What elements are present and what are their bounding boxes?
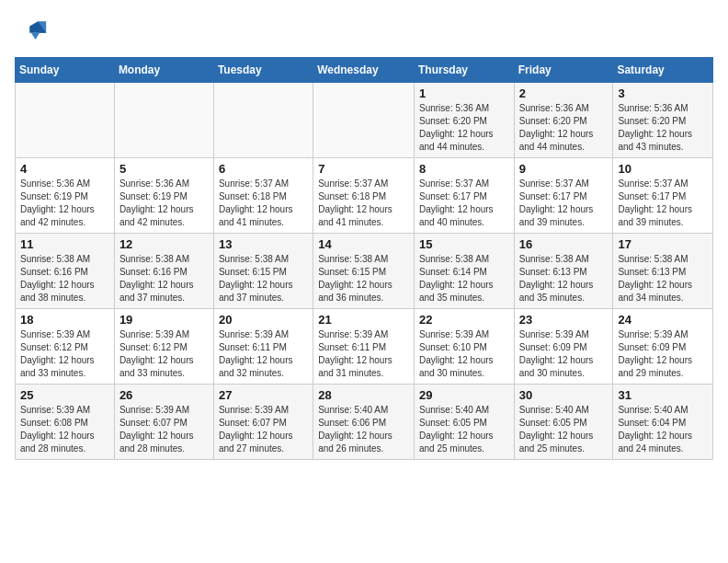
- week-row-3: 11Sunrise: 5:38 AM Sunset: 6:16 PM Dayli…: [16, 234, 713, 309]
- day-number: 24: [618, 313, 708, 327]
- day-number: 16: [519, 237, 609, 251]
- calendar-cell: 2Sunrise: 5:36 AM Sunset: 6:20 PM Daylig…: [514, 83, 613, 158]
- week-row-1: 1Sunrise: 5:36 AM Sunset: 6:20 PM Daylig…: [16, 83, 713, 158]
- day-number: 12: [119, 237, 209, 251]
- day-number: 30: [519, 388, 609, 402]
- day-info: Sunrise: 5:38 AM Sunset: 6:15 PM Dayligh…: [318, 253, 409, 304]
- calendar-cell: 23Sunrise: 5:39 AM Sunset: 6:09 PM Dayli…: [514, 309, 613, 385]
- calendar-cell: 7Sunrise: 5:37 AM Sunset: 6:18 PM Daylig…: [313, 158, 415, 234]
- day-info: Sunrise: 5:37 AM Sunset: 6:18 PM Dayligh…: [318, 178, 409, 229]
- column-header-friday: Friday: [514, 58, 613, 83]
- day-number: 5: [119, 162, 209, 176]
- day-info: Sunrise: 5:39 AM Sunset: 6:12 PM Dayligh…: [119, 328, 209, 380]
- calendar-cell: [313, 83, 415, 158]
- day-number: 26: [119, 388, 209, 402]
- day-info: Sunrise: 5:39 AM Sunset: 6:11 PM Dayligh…: [219, 328, 308, 380]
- calendar-cell: 19Sunrise: 5:39 AM Sunset: 6:12 PM Dayli…: [114, 309, 213, 385]
- calendar-cell: 16Sunrise: 5:38 AM Sunset: 6:13 PM Dayli…: [514, 234, 613, 309]
- day-number: 28: [318, 388, 409, 402]
- calendar-cell: 22Sunrise: 5:39 AM Sunset: 6:10 PM Dayli…: [414, 309, 514, 385]
- day-number: 17: [618, 237, 708, 251]
- calendar-cell: 3Sunrise: 5:36 AM Sunset: 6:20 PM Daylig…: [613, 83, 713, 158]
- page-header: [15, 15, 713, 48]
- calendar-cell: 13Sunrise: 5:38 AM Sunset: 6:15 PM Dayli…: [213, 234, 313, 309]
- calendar-cell: 5Sunrise: 5:36 AM Sunset: 6:19 PM Daylig…: [114, 158, 213, 234]
- column-header-wednesday: Wednesday: [313, 58, 415, 83]
- calendar-cell: 18Sunrise: 5:39 AM Sunset: 6:12 PM Dayli…: [16, 309, 115, 385]
- calendar-cell: 20Sunrise: 5:39 AM Sunset: 6:11 PM Dayli…: [213, 309, 313, 385]
- day-info: Sunrise: 5:40 AM Sunset: 6:04 PM Dayligh…: [618, 404, 708, 455]
- calendar-header: SundayMondayTuesdayWednesdayThursdayFrid…: [16, 58, 713, 83]
- day-number: 23: [519, 313, 609, 327]
- day-info: Sunrise: 5:38 AM Sunset: 6:13 PM Dayligh…: [618, 253, 708, 304]
- day-number: 1: [419, 86, 509, 100]
- day-number: 27: [219, 388, 308, 402]
- column-header-tuesday: Tuesday: [213, 58, 313, 83]
- day-info: Sunrise: 5:39 AM Sunset: 6:10 PM Dayligh…: [419, 328, 509, 380]
- day-number: 8: [419, 162, 509, 176]
- day-number: 22: [419, 313, 509, 327]
- day-info: Sunrise: 5:39 AM Sunset: 6:08 PM Dayligh…: [20, 404, 109, 455]
- day-info: Sunrise: 5:40 AM Sunset: 6:05 PM Dayligh…: [519, 404, 609, 455]
- calendar-cell: 10Sunrise: 5:37 AM Sunset: 6:17 PM Dayli…: [613, 158, 713, 234]
- calendar-cell: 9Sunrise: 5:37 AM Sunset: 6:17 PM Daylig…: [514, 158, 613, 234]
- day-info: Sunrise: 5:39 AM Sunset: 6:11 PM Dayligh…: [318, 328, 409, 380]
- day-number: 19: [119, 313, 209, 327]
- calendar-cell: 31Sunrise: 5:40 AM Sunset: 6:04 PM Dayli…: [613, 385, 713, 460]
- day-number: 14: [318, 237, 409, 251]
- day-number: 31: [618, 388, 708, 402]
- day-number: 9: [519, 162, 609, 176]
- calendar-table: SundayMondayTuesdayWednesdayThursdayFrid…: [15, 57, 713, 460]
- calendar-cell: 15Sunrise: 5:38 AM Sunset: 6:14 PM Dayli…: [414, 234, 514, 309]
- calendar-cell: 1Sunrise: 5:36 AM Sunset: 6:20 PM Daylig…: [414, 83, 514, 158]
- calendar-cell: 14Sunrise: 5:38 AM Sunset: 6:15 PM Dayli…: [313, 234, 415, 309]
- day-info: Sunrise: 5:39 AM Sunset: 6:09 PM Dayligh…: [618, 328, 708, 380]
- day-info: Sunrise: 5:38 AM Sunset: 6:13 PM Dayligh…: [519, 253, 609, 304]
- day-info: Sunrise: 5:38 AM Sunset: 6:16 PM Dayligh…: [119, 253, 209, 304]
- calendar-cell: 4Sunrise: 5:36 AM Sunset: 6:19 PM Daylig…: [16, 158, 115, 234]
- day-number: 6: [219, 162, 308, 176]
- day-number: 15: [419, 237, 509, 251]
- calendar-cell: [16, 83, 115, 158]
- day-info: Sunrise: 5:39 AM Sunset: 6:12 PM Dayligh…: [20, 328, 109, 380]
- calendar-body: 1Sunrise: 5:36 AM Sunset: 6:20 PM Daylig…: [16, 83, 713, 460]
- day-number: 10: [618, 162, 708, 176]
- day-info: Sunrise: 5:40 AM Sunset: 6:05 PM Dayligh…: [419, 404, 509, 455]
- calendar-cell: 27Sunrise: 5:39 AM Sunset: 6:07 PM Dayli…: [213, 385, 313, 460]
- calendar-cell: 17Sunrise: 5:38 AM Sunset: 6:13 PM Dayli…: [613, 234, 713, 309]
- column-header-thursday: Thursday: [414, 58, 514, 83]
- day-number: 29: [419, 388, 509, 402]
- header-row: SundayMondayTuesdayWednesdayThursdayFrid…: [16, 58, 713, 83]
- day-number: 3: [618, 86, 708, 100]
- day-info: Sunrise: 5:37 AM Sunset: 6:17 PM Dayligh…: [519, 178, 609, 229]
- calendar-cell: 30Sunrise: 5:40 AM Sunset: 6:05 PM Dayli…: [514, 385, 613, 460]
- svg-marker-2: [31, 33, 40, 40]
- calendar-cell: 12Sunrise: 5:38 AM Sunset: 6:16 PM Dayli…: [114, 234, 213, 309]
- day-info: Sunrise: 5:40 AM Sunset: 6:06 PM Dayligh…: [318, 404, 409, 455]
- calendar-cell: 8Sunrise: 5:37 AM Sunset: 6:17 PM Daylig…: [414, 158, 514, 234]
- calendar-cell: 11Sunrise: 5:38 AM Sunset: 6:16 PM Dayli…: [16, 234, 115, 309]
- calendar-cell: 6Sunrise: 5:37 AM Sunset: 6:18 PM Daylig…: [213, 158, 313, 234]
- day-info: Sunrise: 5:36 AM Sunset: 6:19 PM Dayligh…: [119, 178, 209, 229]
- week-row-4: 18Sunrise: 5:39 AM Sunset: 6:12 PM Dayli…: [16, 309, 713, 385]
- day-info: Sunrise: 5:37 AM Sunset: 6:17 PM Dayligh…: [419, 178, 509, 229]
- day-info: Sunrise: 5:37 AM Sunset: 6:17 PM Dayligh…: [618, 178, 708, 229]
- calendar-cell: 24Sunrise: 5:39 AM Sunset: 6:09 PM Dayli…: [613, 309, 713, 385]
- logo-icon: [15, 15, 48, 48]
- day-info: Sunrise: 5:39 AM Sunset: 6:09 PM Dayligh…: [519, 328, 609, 380]
- day-info: Sunrise: 5:39 AM Sunset: 6:07 PM Dayligh…: [219, 404, 308, 455]
- calendar-cell: 26Sunrise: 5:39 AM Sunset: 6:07 PM Dayli…: [114, 385, 213, 460]
- day-info: Sunrise: 5:36 AM Sunset: 6:20 PM Dayligh…: [519, 102, 609, 154]
- day-number: 4: [20, 162, 109, 176]
- week-row-2: 4Sunrise: 5:36 AM Sunset: 6:19 PM Daylig…: [16, 158, 713, 234]
- day-info: Sunrise: 5:38 AM Sunset: 6:16 PM Dayligh…: [20, 253, 109, 304]
- week-row-5: 25Sunrise: 5:39 AM Sunset: 6:08 PM Dayli…: [16, 385, 713, 460]
- day-number: 7: [318, 162, 409, 176]
- calendar-cell: 21Sunrise: 5:39 AM Sunset: 6:11 PM Dayli…: [313, 309, 415, 385]
- day-number: 13: [219, 237, 308, 251]
- day-number: 18: [20, 313, 109, 327]
- column-header-monday: Monday: [114, 58, 213, 83]
- column-header-sunday: Sunday: [16, 58, 115, 83]
- day-number: 25: [20, 388, 109, 402]
- day-info: Sunrise: 5:37 AM Sunset: 6:18 PM Dayligh…: [219, 178, 308, 229]
